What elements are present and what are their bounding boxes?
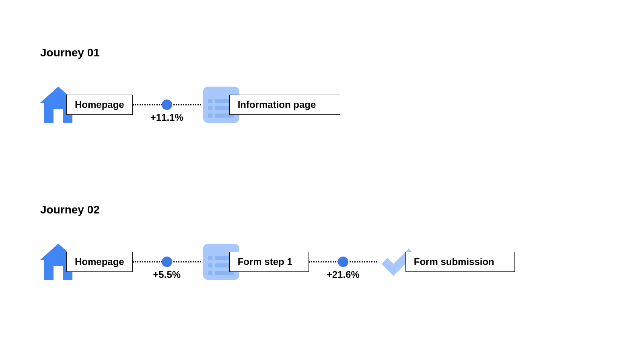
journey-step: Form submission: [377, 242, 515, 282]
svg-rect-1: [208, 99, 212, 103]
journey-step: Homepage: [38, 85, 133, 125]
svg-rect-8: [208, 256, 212, 260]
journey-connector: +5.5%: [133, 242, 201, 282]
connector-dot-icon: [338, 257, 348, 267]
svg-rect-10: [208, 263, 212, 267]
connector-value: +5.5%: [153, 269, 181, 280]
svg-rect-3: [208, 106, 212, 110]
journey-row-2: Homepage +5.5% Form step 1: [38, 242, 515, 282]
connector-dot-icon: [162, 257, 172, 267]
step-label: Form step 1: [229, 252, 309, 272]
journey-step: Homepage: [38, 242, 133, 282]
journey-connector: +21.6%: [309, 242, 377, 282]
svg-rect-5: [208, 114, 212, 118]
journey-connector: +11.1%: [133, 85, 201, 125]
connector-value: +21.6%: [327, 269, 360, 280]
journey-title-1: Journey 01: [40, 46, 100, 59]
diagram-canvas: Journey 01 Homepage +11.1%: [0, 0, 644, 352]
step-label: Form submission: [405, 252, 515, 272]
journey-step: Information page: [201, 85, 341, 125]
connector-value: +11.1%: [150, 112, 183, 123]
svg-rect-12: [208, 271, 212, 275]
journey-step: Form step 1: [201, 242, 309, 282]
step-label: Homepage: [66, 95, 133, 115]
step-label: Homepage: [66, 252, 133, 272]
journey-row-1: Homepage +11.1% Information page: [38, 85, 340, 125]
step-label: Information page: [229, 95, 341, 115]
journey-title-2: Journey 02: [40, 203, 100, 216]
connector-dot-icon: [162, 99, 172, 110]
